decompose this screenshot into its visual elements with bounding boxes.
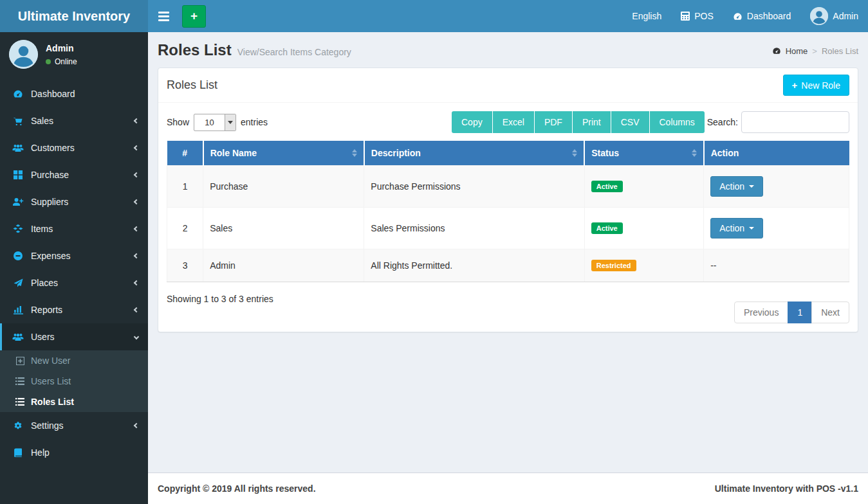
table-row: 1 Purchase Purchase Permissions Active A… (167, 165, 849, 207)
pagination: Previous 1 Next (734, 302, 849, 323)
breadcrumb-separator: > (812, 46, 817, 56)
action-dropdown-button[interactable]: Action (710, 176, 763, 197)
sidebar-item-places[interactable]: Places (0, 269, 148, 296)
role-name-cell: Admin (203, 249, 364, 282)
dashboard-link[interactable]: Dashboard (723, 0, 801, 32)
chevron-down-icon (134, 334, 139, 339)
status-badge: Active (591, 181, 623, 192)
csv-button[interactable]: CSV (611, 111, 649, 133)
action-cell: Action (704, 207, 849, 249)
description-cell: All Rights Permitted. (364, 249, 584, 282)
page-number-button[interactable]: 1 (788, 302, 812, 323)
action-cell: Action (704, 165, 849, 207)
language-menu[interactable]: English (622, 0, 671, 32)
pos-link[interactable]: POS (671, 0, 723, 32)
bar-chart-icon (12, 305, 24, 314)
previous-page-button[interactable]: Previous (734, 302, 788, 323)
excel-button[interactable]: Excel (493, 111, 534, 133)
action-cell: -- (704, 249, 849, 282)
users-submenu-wrapper: New User Users List Roles List (0, 350, 148, 412)
caret-down-icon (749, 227, 754, 230)
sidebar-item-customers[interactable]: Customers (0, 134, 148, 161)
chevron-left-icon (134, 280, 139, 285)
sidebar-item-sales[interactable]: Sales (0, 107, 148, 134)
columns-button[interactable]: Columns (650, 111, 705, 133)
role-name-cell: Sales (203, 207, 364, 249)
sidebar: Admin Online Dashboard Sales Customers P… (0, 32, 148, 504)
sidebar-item-users[interactable]: Users (0, 323, 148, 350)
chevron-left-icon (134, 253, 139, 258)
sidebar-item-new-user[interactable]: New User (0, 350, 148, 371)
plus-square-icon (14, 357, 26, 365)
sidebar-item-users-list[interactable]: Users List (0, 371, 148, 392)
row-index: 1 (167, 165, 203, 207)
list-icon (14, 377, 26, 385)
sidebar-toggle-button[interactable] (148, 0, 180, 32)
print-button[interactable]: Print (573, 111, 611, 133)
home-icon (772, 46, 781, 55)
pdf-button[interactable]: PDF (535, 111, 572, 133)
sidebar-item-items[interactable]: Items (0, 215, 148, 242)
status-badge: Restricted (591, 260, 636, 271)
page-length-control: Show 10 entries (167, 114, 268, 131)
sidebar-item-help[interactable]: Help (0, 439, 148, 466)
status-badge: Active (591, 222, 623, 234)
sidebar-item-expenses[interactable]: Expenses (0, 242, 148, 269)
status-cell: Active (584, 207, 704, 249)
export-button-group: Copy Excel PDF Print CSV Columns (452, 111, 705, 133)
chevron-left-icon (134, 118, 139, 123)
copyright-text: Copyright © 2019 All rights reserved. (158, 483, 316, 494)
page-length-select[interactable]: 10 (194, 114, 236, 131)
breadcrumb-current: Roles List (822, 46, 858, 56)
column-header-action: Action (704, 141, 849, 165)
sort-icon (572, 149, 577, 157)
card-body: Show 10 entries Copy Excel PDF Print CSV… (158, 103, 858, 332)
new-role-button[interactable]: + New Role (783, 75, 849, 96)
dashboard-label: Dashboard (747, 11, 791, 21)
hamburger-icon (158, 12, 169, 14)
sidebar-item-roles-list[interactable]: Roles List (0, 392, 148, 412)
minus-circle-icon (12, 251, 24, 260)
gears-icon (12, 421, 24, 430)
sidebar-item-purchase[interactable]: Purchase (0, 161, 148, 188)
status-cell: Restricted (584, 249, 704, 282)
search-input[interactable] (741, 111, 849, 133)
plus-icon: + (792, 80, 798, 91)
card-header: Roles List + New Role (158, 68, 858, 103)
sidebar-item-settings[interactable]: Settings (0, 412, 148, 439)
list-icon (14, 398, 26, 406)
user-menu[interactable]: Admin (800, 0, 868, 32)
users-submenu: New User Users List Roles List (0, 350, 148, 412)
calculator-icon (681, 12, 690, 21)
hamburger-icon (158, 19, 169, 21)
page-subtitle: View/Search Items Category (237, 47, 351, 57)
roles-table: # Role Name Description Status Action 1 … (167, 141, 849, 282)
quick-add-button[interactable]: + (182, 5, 206, 28)
search-control: Search: (707, 111, 849, 133)
sidebar-item-reports[interactable]: Reports (0, 296, 148, 323)
page-title: Roles List (158, 41, 232, 59)
dashboard-icon (733, 12, 743, 21)
chevron-left-icon (134, 172, 139, 177)
select-arrow-icon (225, 114, 235, 130)
cubes-icon (12, 224, 24, 233)
caret-down-icon (749, 185, 754, 188)
breadcrumb-home[interactable]: Home (786, 46, 808, 56)
column-header-role-name[interactable]: Role Name (203, 141, 364, 165)
action-dropdown-button[interactable]: Action (710, 218, 763, 239)
description-cell: Purchase Permissions (364, 165, 584, 207)
sidebar-item-dashboard[interactable]: Dashboard (0, 80, 148, 107)
chevron-left-icon (134, 226, 139, 231)
column-header-description[interactable]: Description (364, 141, 584, 165)
content-area: Roles List View/Search Items Category Ho… (148, 32, 868, 473)
column-header-status[interactable]: Status (584, 141, 704, 165)
table-info: Showing 1 to 3 of 3 entries (167, 294, 273, 304)
card-title: Roles List (167, 78, 217, 92)
app-logo[interactable]: Ultimate Inventory (0, 0, 148, 32)
chevron-left-icon (134, 307, 139, 312)
table-controls: Show 10 entries Copy Excel PDF Print CSV… (167, 111, 849, 133)
sidebar-item-suppliers[interactable]: Suppliers (0, 188, 148, 215)
copy-button[interactable]: Copy (452, 111, 492, 133)
next-page-button[interactable]: Next (811, 302, 849, 323)
sort-icon (692, 149, 697, 157)
